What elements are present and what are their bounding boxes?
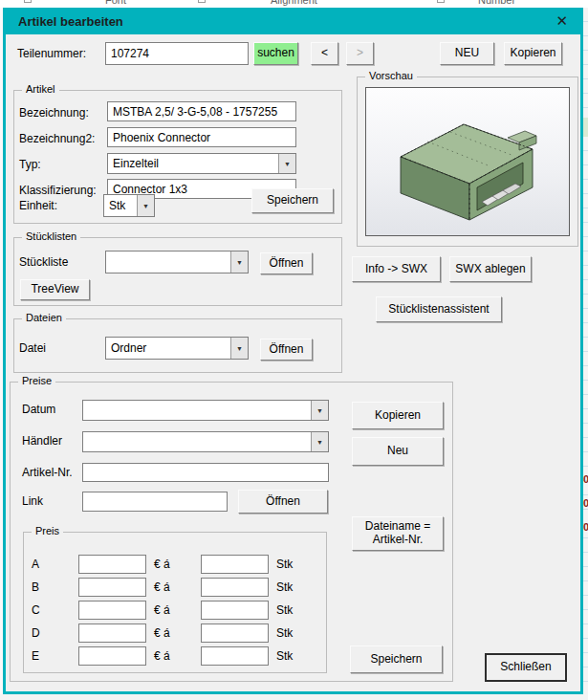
sheet-bottom-strip — [0, 694, 588, 700]
datei-oeffnen-button[interactable]: Öffnen — [260, 339, 313, 361]
preis-row-label: D — [32, 626, 40, 640]
neu-button[interactable]: NEU — [440, 42, 494, 65]
dropdown-button[interactable]: ▼ — [137, 195, 154, 216]
artikelnr-input[interactable] — [82, 463, 329, 482]
teilenummer-label: Teilenummer: — [17, 47, 86, 60]
link-label: Link — [22, 494, 43, 508]
stk-label: Stk — [276, 649, 293, 663]
haendler-combobox[interactable]: ▼ — [82, 431, 329, 452]
preis-d-input[interactable] — [78, 623, 146, 643]
typ-combobox[interactable]: Einzelteil ▼ — [107, 153, 296, 174]
ribbon-group-alignment: Alignment — [271, 0, 317, 6]
dialog-title: Artikel bearbeiten — [18, 14, 555, 29]
dropdown-button[interactable]: ▼ — [230, 338, 248, 359]
dateien-legend: Dateien — [22, 312, 66, 323]
preis-group: Preis A € á Stk B € á Stk C € á Stk D € … — [23, 532, 327, 673]
excel-ribbon-strip: Font Alignment Number — [0, 0, 588, 8]
preis-e-input[interactable] — [78, 646, 146, 666]
preis-kopieren-button[interactable]: Kopieren — [352, 402, 444, 429]
eur-per-label: € á — [154, 580, 170, 594]
chevron-down-icon: ▼ — [284, 161, 291, 167]
preis-legend: Preis — [32, 525, 63, 536]
chevron-down-icon: ▼ — [236, 345, 243, 352]
einheit-combobox[interactable]: Stk ▼ — [103, 194, 155, 217]
teilenummer-input[interactable] — [105, 42, 249, 65]
chevron-down-icon: ▼ — [142, 203, 149, 209]
stk-label: Stk — [276, 626, 293, 640]
artikel-legend: Artikel — [22, 83, 59, 95]
menge-e-input[interactable] — [201, 646, 269, 666]
info-swx-button[interactable]: Info -> SWX — [352, 256, 441, 282]
vorschau-legend: Vorschau — [365, 70, 417, 81]
dropdown-button[interactable]: ▼ — [230, 252, 248, 273]
stueckliste-combobox[interactable]: ▼ — [105, 251, 249, 273]
sheet-partial-value: 0 — [583, 497, 588, 509]
sheet-partial-value: 0 — [583, 521, 588, 533]
dateiname-artikelnr-button[interactable]: Dateiname = Artikel-Nr. — [352, 516, 444, 551]
preis-row-label: C — [32, 603, 40, 617]
chevron-down-icon: ▼ — [316, 407, 323, 414]
prev-button[interactable]: < — [311, 42, 338, 65]
datum-label: Datum — [22, 403, 55, 416]
artikel-speichern-button[interactable]: Speichern — [251, 188, 334, 213]
menge-c-input[interactable] — [201, 601, 269, 620]
vorschau-group: Vorschau — [357, 77, 578, 247]
stuecklistenassistent-button[interactable]: Stücklistenassistent — [376, 296, 502, 322]
suchen-button[interactable]: suchen — [253, 42, 298, 65]
kopieren-button[interactable]: Kopieren — [504, 42, 562, 65]
bezeichnung2-input[interactable] — [107, 127, 296, 147]
stueckliste-oeffnen-button[interactable]: Öffnen — [260, 252, 313, 274]
stueckliste-value — [106, 252, 230, 273]
swx-ablegen-button[interactable]: SWX ablegen — [449, 256, 532, 282]
ribbon-group-font: Font — [105, 0, 126, 6]
bezeichnung-input[interactable] — [107, 101, 296, 121]
connector-3d-drawing — [366, 88, 569, 235]
preis-row-label: A — [32, 558, 39, 571]
ribbon-group-number: Number — [478, 0, 515, 6]
stk-label: Stk — [276, 558, 293, 571]
dropdown-button[interactable]: ▼ — [278, 154, 295, 173]
datum-combobox[interactable]: ▼ — [82, 400, 329, 421]
preis-neu-button[interactable]: Neu — [352, 437, 444, 466]
eur-per-label: € á — [154, 558, 170, 571]
menge-b-input[interactable] — [201, 578, 269, 597]
treeview-button[interactable]: TreeView — [20, 279, 90, 300]
dialog-launcher-icon — [437, 0, 445, 3]
chevron-down-icon: ▼ — [316, 439, 323, 446]
datum-value — [83, 401, 311, 420]
artikelnr-label: Artikel-Nr. — [22, 466, 73, 479]
preis-row-label: E — [32, 649, 39, 663]
link-oeffnen-button[interactable]: Öffnen — [238, 490, 328, 514]
datei-label: Datei — [19, 341, 46, 355]
sheet-gridlines: 0 0 0 — [583, 8, 588, 700]
preis-b-input[interactable] — [78, 578, 146, 597]
datei-combobox[interactable]: Ordner ▼ — [105, 337, 249, 360]
stk-label: Stk — [276, 580, 293, 594]
bezeichnung2-label: Bezeichnung2: — [19, 132, 95, 145]
sheet-partial-value: 0 — [583, 473, 588, 485]
chevron-down-icon: ▼ — [236, 259, 243, 266]
bezeichnung-label: Bezeichnung: — [19, 106, 89, 120]
artikel-bearbeiten-dialog: Artikel bearbeiten ✕ Teilenummer: suchen… — [3, 8, 583, 694]
sheet-cell-green — [583, 118, 588, 137]
menge-a-input[interactable] — [201, 555, 269, 574]
stuecklisten-legend: Stücklisten — [22, 230, 80, 242]
stk-label: Stk — [276, 603, 293, 617]
preis-speichern-button[interactable]: Speichern — [350, 645, 443, 673]
preis-c-input[interactable] — [78, 601, 146, 620]
eur-per-label: € á — [154, 649, 170, 663]
typ-label: Typ: — [19, 158, 41, 171]
haendler-label: Händler — [22, 434, 62, 448]
schliessen-button[interactable]: Schließen — [485, 653, 567, 682]
preise-legend: Preise — [18, 375, 55, 386]
next-button[interactable]: > — [346, 42, 374, 65]
dropdown-button[interactable]: ▼ — [311, 401, 328, 420]
preview-image — [365, 87, 570, 236]
dropdown-button[interactable]: ▼ — [311, 432, 328, 451]
link-input[interactable] — [82, 492, 228, 512]
preis-a-input[interactable] — [78, 555, 146, 574]
preis-row-label: B — [32, 580, 39, 594]
menge-d-input[interactable] — [201, 623, 269, 643]
close-icon[interactable]: ✕ — [555, 12, 568, 30]
dialog-titlebar[interactable]: Artikel bearbeiten ✕ — [6, 8, 580, 34]
